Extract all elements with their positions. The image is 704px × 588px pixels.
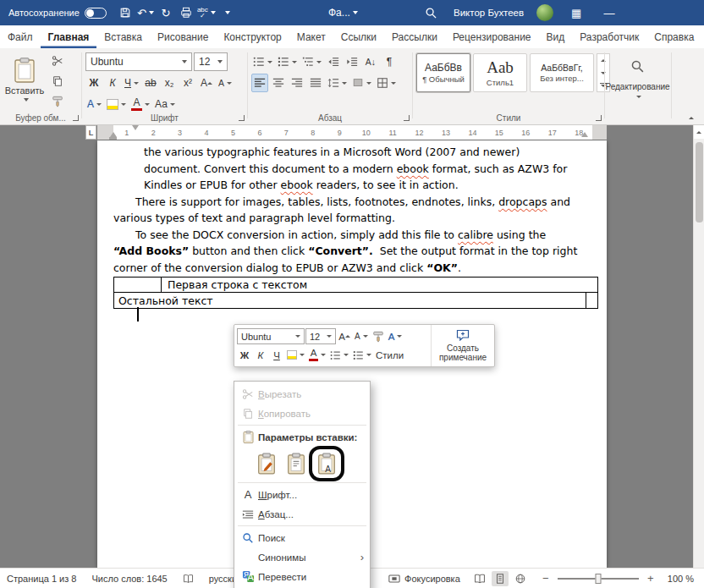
tab-draw[interactable]: Рисование bbox=[150, 25, 216, 48]
redo-button[interactable]: ↻ bbox=[156, 0, 176, 25]
paste-button[interactable]: Вставить bbox=[5, 52, 44, 120]
document-table[interactable]: Первая строка с текстом Остальной текст bbox=[113, 277, 598, 309]
autosave-control[interactable]: Автосохранение bbox=[0, 8, 107, 19]
menu-item-search[interactable]: Поиск bbox=[234, 528, 370, 547]
mini-bullets-button[interactable] bbox=[328, 347, 350, 364]
minimize-button[interactable]: — bbox=[599, 0, 619, 25]
word-count[interactable]: Число слов: 1645 bbox=[91, 574, 167, 584]
format-painter-button[interactable] bbox=[49, 93, 66, 110]
table-cell[interactable]: Остальной текст bbox=[114, 294, 586, 307]
justify-button[interactable] bbox=[307, 74, 324, 92]
zoom-out-button[interactable]: − bbox=[540, 572, 552, 585]
style-card-normal[interactable]: АаБбВв ¶ Обычный bbox=[416, 53, 470, 92]
vertical-scrollbar[interactable] bbox=[693, 125, 704, 568]
align-center-button[interactable] bbox=[270, 74, 287, 92]
tab-references[interactable]: Ссылки bbox=[333, 25, 384, 48]
search-button[interactable] bbox=[421, 0, 441, 25]
mini-styles-button[interactable]: Стили bbox=[374, 347, 405, 364]
subscript-button[interactable]: x₂ bbox=[161, 74, 178, 92]
mini-bold-button[interactable]: Ж bbox=[237, 347, 252, 364]
paste-merge-formatting-button[interactable] bbox=[284, 450, 308, 477]
tab-home[interactable]: Главная bbox=[41, 25, 97, 48]
mini-font-name-select[interactable]: Ubuntu bbox=[237, 328, 305, 344]
quick-print-button[interactable] bbox=[176, 0, 196, 25]
show-formatting-marks-button[interactable]: ¶ bbox=[381, 52, 398, 71]
style-card-style1[interactable]: Aab Стиль1 bbox=[473, 53, 527, 92]
tab-layout[interactable]: Макет bbox=[289, 25, 333, 48]
paragraph-dialog-launcher[interactable] bbox=[404, 115, 410, 121]
menu-item-cut[interactable]: Вырезать bbox=[234, 384, 370, 404]
customize-qat-button[interactable] bbox=[217, 0, 237, 25]
font-size-select[interactable]: 12 bbox=[194, 52, 228, 71]
superscript-button[interactable]: x² bbox=[179, 74, 196, 92]
avatar[interactable] bbox=[536, 4, 553, 21]
underline-button[interactable]: Ч bbox=[123, 74, 140, 92]
tab-view[interactable]: Вид bbox=[539, 25, 573, 48]
autosave-toggle[interactable] bbox=[85, 8, 107, 19]
borders-button[interactable] bbox=[375, 74, 398, 92]
mini-italic-button[interactable]: К bbox=[253, 347, 268, 364]
tab-design[interactable]: Конструктор bbox=[216, 25, 289, 48]
bold-button[interactable]: Ж bbox=[85, 74, 102, 92]
first-line-indent-marker[interactable] bbox=[132, 125, 139, 130]
page-indicator[interactable]: Страница 1 из 8 bbox=[7, 574, 76, 584]
proofing-status[interactable] bbox=[183, 574, 194, 584]
style-card-no-spacing[interactable]: АаБбВвГг, Без интер... bbox=[530, 53, 594, 92]
tab-review[interactable]: Рецензирование bbox=[445, 25, 539, 48]
table-row[interactable]: Остальной текст bbox=[114, 293, 597, 308]
shading-button[interactable] bbox=[350, 74, 373, 92]
menu-item-font[interactable]: А Шрифт... bbox=[234, 485, 370, 504]
right-indent-marker[interactable] bbox=[581, 132, 588, 137]
spelling-button[interactable]: abc✓ bbox=[196, 0, 217, 25]
zoom-in-button[interactable]: + bbox=[645, 572, 657, 585]
copy-button[interactable] bbox=[49, 73, 66, 90]
user-name[interactable]: Виктор Бухтеев bbox=[454, 8, 524, 18]
clipboard-dialog-launcher[interactable] bbox=[73, 115, 79, 121]
italic-button[interactable]: К bbox=[104, 74, 121, 92]
undo-button[interactable]: ↶ bbox=[135, 0, 156, 25]
align-right-button[interactable] bbox=[289, 74, 305, 92]
document-text-line[interactable]: “Add Books” button and then click “Conve… bbox=[113, 243, 602, 260]
menu-item-paragraph[interactable]: Абзац... bbox=[234, 504, 370, 524]
document-text-line[interactable]: Kindles or EPUB for other ebook readers,… bbox=[113, 177, 602, 194]
zoom-level[interactable]: 100 % bbox=[668, 574, 694, 584]
bullets-button[interactable] bbox=[251, 52, 274, 71]
decrease-indent-button[interactable] bbox=[325, 52, 342, 71]
tab-developer[interactable]: Разработчик bbox=[572, 25, 646, 48]
mini-text-effects-button[interactable]: А bbox=[387, 328, 404, 345]
styles-dialog-launcher[interactable] bbox=[596, 115, 602, 121]
grow-font-button[interactable]: А bbox=[198, 74, 215, 92]
increase-indent-button[interactable] bbox=[344, 52, 360, 71]
align-left-button[interactable] bbox=[251, 74, 268, 92]
tab-file[interactable]: Файл bbox=[0, 25, 41, 48]
line-spacing-button[interactable] bbox=[326, 74, 349, 92]
menu-item-copy[interactable]: Копировать bbox=[234, 404, 370, 423]
document-text-line[interactable]: There is support for images, tables, lis… bbox=[113, 194, 602, 211]
font-name-select[interactable]: Ubuntu bbox=[85, 52, 192, 71]
find-button[interactable] bbox=[629, 55, 646, 77]
focus-mode-button[interactable]: Фокусировка bbox=[388, 573, 460, 585]
table-cell-end[interactable] bbox=[586, 293, 597, 308]
save-button[interactable] bbox=[115, 0, 135, 25]
mini-format-painter-button[interactable] bbox=[371, 328, 386, 345]
mini-font-color-button[interactable]: А bbox=[307, 347, 327, 364]
menu-item-translate[interactable]: яA Перевести bbox=[234, 567, 370, 586]
table-row[interactable]: Первая строка с текстом bbox=[114, 278, 597, 293]
web-layout-button[interactable] bbox=[512, 571, 529, 586]
multilevel-list-button[interactable] bbox=[300, 52, 323, 71]
scrollbar-thumb[interactable] bbox=[696, 142, 703, 223]
tab-mailings[interactable]: Рассылки bbox=[384, 25, 445, 48]
table-cell[interactable]: Первая строка с текстом bbox=[162, 278, 307, 291]
font-color-button[interactable]: А bbox=[129, 95, 151, 113]
mini-grow-font-button[interactable]: А bbox=[337, 328, 352, 345]
mini-numbering-button[interactable] bbox=[351, 347, 373, 364]
tab-selector[interactable]: L bbox=[85, 125, 96, 140]
print-layout-button[interactable] bbox=[492, 571, 509, 586]
shrink-font-button[interactable]: А bbox=[217, 74, 234, 92]
tab-help[interactable]: Справка bbox=[646, 25, 701, 48]
zoom-slider-thumb[interactable] bbox=[595, 574, 601, 584]
numbering-button[interactable] bbox=[276, 52, 299, 71]
new-comment-button[interactable]: Создать примечание bbox=[431, 325, 494, 366]
document-text-line[interactable]: corner of the conversion dialog to EPUB … bbox=[113, 260, 602, 277]
document-title[interactable]: Фа... bbox=[328, 0, 358, 25]
